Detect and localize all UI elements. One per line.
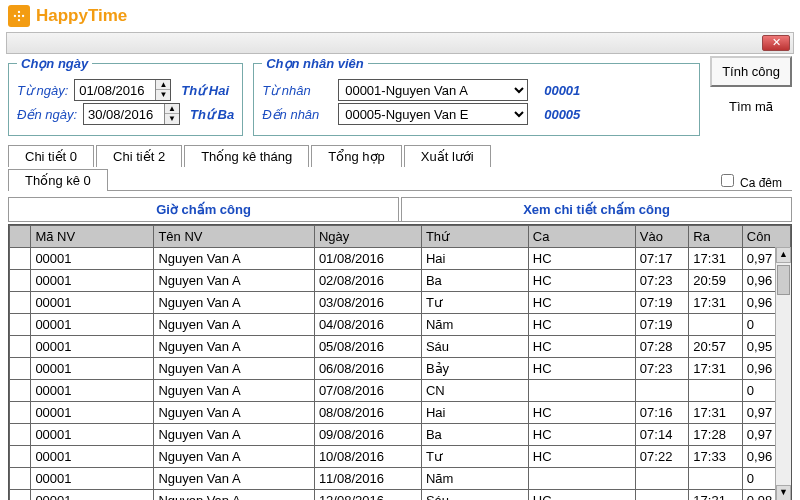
col-ngay[interactable]: Ngày [314,226,421,248]
from-date-label: Từ ngày: [17,83,68,98]
cell-thu: Ba [421,424,528,446]
cell-ten: Nguyen Van A [154,402,314,424]
cell-ca: HC [528,314,635,336]
col-selector[interactable] [10,226,31,248]
calc-button[interactable]: Tính công [710,56,792,87]
table-row[interactable]: 00001Nguyen Van A03/08/2016TưHC07:1917:3… [10,292,791,314]
cell-ma: 00001 [31,248,154,270]
tab-xuatluoi[interactable]: Xuất lưới [404,145,491,167]
tab-tonghop[interactable]: Tổng hợp [311,145,401,167]
vertical-scrollbar[interactable]: ▲ ▼ [775,247,791,500]
table-row[interactable]: 00001Nguyen Van A11/08/2016Năm0 [10,468,791,490]
col-ca[interactable]: Ca [528,226,635,248]
cell-ma: 00001 [31,468,154,490]
col-ra[interactable]: Ra [689,226,742,248]
cell-ten: Nguyen Van A [154,248,314,270]
tab-thongkethang[interactable]: Thống kê tháng [184,145,309,167]
table-row[interactable]: 00001Nguyen Van A02/08/2016BaHC07:2320:5… [10,270,791,292]
cell-ra [689,468,742,490]
timesheet-grid: Mã NV Tên NV Ngày Thứ Ca Vào Ra Côn 0000… [8,224,792,500]
scroll-up-icon[interactable]: ▲ [776,247,791,263]
cell-thu: CN [421,380,528,402]
table-row[interactable]: 00001Nguyen Van A05/08/2016SáuHC07:2820:… [10,336,791,358]
row-selector[interactable] [10,468,31,490]
row-selector[interactable] [10,402,31,424]
cell-ra: 17:28 [689,424,742,446]
main-tabstrip: Chi tiết 0 Chi tiết 2 Thống kê tháng Tổn… [8,142,792,191]
from-date-input[interactable] [75,80,155,100]
cell-vao: 07:23 [635,358,688,380]
sub-tabstrip: Giờ chấm công Xem chi tiết chấm công [8,197,792,222]
row-selector[interactable] [10,336,31,358]
cell-thu: Năm [421,468,528,490]
find-code-button[interactable]: Tìm mã [710,93,792,120]
grid-header-row: Mã NV Tên NV Ngày Thứ Ca Vào Ra Côn [10,226,791,248]
night-shift-label: Ca đêm [740,176,782,190]
table-row[interactable]: 00001Nguyen Van A08/08/2016HaiHC07:1617:… [10,402,791,424]
scroll-thumb[interactable] [777,265,790,295]
cell-ra: 17:33 [689,446,742,468]
row-selector[interactable] [10,358,31,380]
row-selector[interactable] [10,424,31,446]
tab-chitiet2[interactable]: Chi tiết 2 [96,145,182,167]
row-selector[interactable] [10,380,31,402]
to-day-name: Thứ Ba [190,107,234,122]
cell-thu: Hai [421,248,528,270]
tab-thongke0[interactable]: Thống kê 0 [8,169,108,191]
table-row[interactable]: 00001Nguyen Van A10/08/2016TưHC07:2217:3… [10,446,791,468]
table-row[interactable]: 00001Nguyen Van A09/08/2016BaHC07:1417:2… [10,424,791,446]
table-row[interactable]: 00001Nguyen Van A06/08/2016BảyHC07:2317:… [10,358,791,380]
table-row[interactable]: 00001Nguyen Van A07/08/2016CN0 [10,380,791,402]
tab-gio-cham-cong[interactable]: Giờ chấm công [8,197,399,221]
cell-ra [689,380,742,402]
close-button[interactable]: ✕ [762,35,790,51]
cell-ngay: 03/08/2016 [314,292,421,314]
table-row[interactable]: 00001Nguyen Van A01/08/2016HaiHC07:1717:… [10,248,791,270]
col-ma[interactable]: Mã NV [31,226,154,248]
svg-point-3 [14,15,16,17]
col-thu[interactable]: Thứ [421,226,528,248]
from-date-spinner[interactable]: ▲▼ [155,80,170,100]
svg-point-2 [18,19,20,21]
from-emp-select[interactable]: 00001-Nguyen Van A [338,79,528,101]
cell-ten: Nguyen Van A [154,292,314,314]
app-header: HappyTime [0,0,800,32]
tab-xem-chi-tiet[interactable]: Xem chi tiết chấm công [401,197,792,221]
row-selector[interactable] [10,446,31,468]
table-row[interactable]: 00001Nguyen Van A12/08/2016SáuHC17:310,9… [10,490,791,501]
row-selector[interactable] [10,314,31,336]
to-date-spinner[interactable]: ▲▼ [164,104,179,124]
cell-thu: Tư [421,292,528,314]
cell-ten: Nguyen Van A [154,490,314,501]
scroll-down-icon[interactable]: ▼ [776,485,791,500]
row-selector[interactable] [10,248,31,270]
cell-ca: HC [528,248,635,270]
col-ten[interactable]: Tên NV [154,226,314,248]
row-selector[interactable] [10,292,31,314]
cell-ca: HC [528,336,635,358]
cell-ca: HC [528,446,635,468]
to-emp-select[interactable]: 00005-Nguyen Van E [338,103,528,125]
cell-ra: 17:31 [689,248,742,270]
cell-ca: HC [528,402,635,424]
cell-ten: Nguyen Van A [154,358,314,380]
col-con[interactable]: Côn [742,226,790,248]
table-row[interactable]: 00001Nguyen Van A04/08/2016NămHC07:190 [10,314,791,336]
close-icon: ✕ [772,36,781,48]
col-vao[interactable]: Vào [635,226,688,248]
cell-ma: 00001 [31,402,154,424]
svg-point-4 [18,15,20,17]
cell-ten: Nguyen Van A [154,446,314,468]
night-shift-checkbox[interactable] [721,174,734,187]
night-shift-check[interactable]: Ca đêm [717,171,782,190]
cell-ra: 20:57 [689,336,742,358]
cell-ngay: 01/08/2016 [314,248,421,270]
row-selector[interactable] [10,490,31,501]
tab-chitiet0[interactable]: Chi tiết 0 [8,145,94,167]
row-selector[interactable] [10,270,31,292]
from-emp-label: Từ nhân [262,83,332,98]
to-date-input[interactable] [84,104,164,124]
cell-ngay: 08/08/2016 [314,402,421,424]
cell-ngay: 11/08/2016 [314,468,421,490]
cell-ten: Nguyen Van A [154,424,314,446]
